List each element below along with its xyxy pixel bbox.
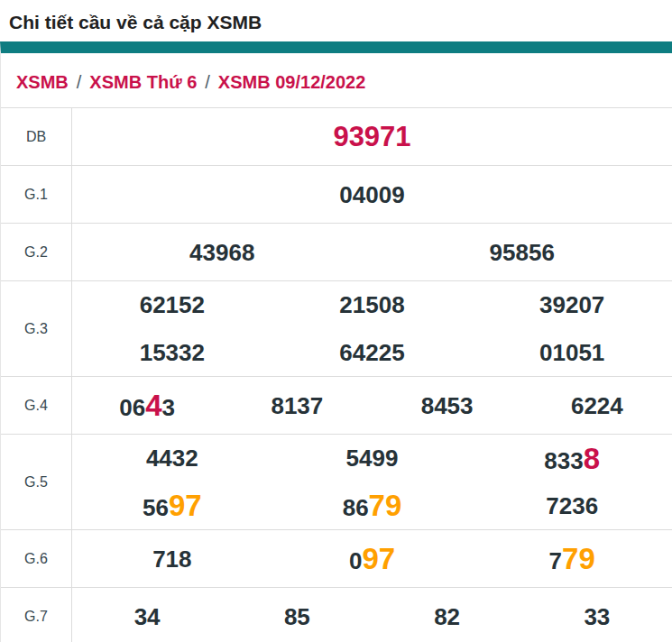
digits: 62152 bbox=[140, 291, 205, 318]
prize-row-label: G.5 bbox=[1, 435, 72, 529]
prize-value: 39207 bbox=[472, 293, 672, 316]
prize-row-values: 718097779 bbox=[72, 530, 672, 587]
prize-row-g1: G.104009 bbox=[1, 166, 672, 224]
prize-value: 8137 bbox=[222, 394, 372, 417]
prize-value: 62152 bbox=[72, 293, 272, 316]
digits: 56 bbox=[143, 494, 169, 521]
highlighted-digits: 97 bbox=[169, 489, 202, 522]
highlighted-digits: 4 bbox=[145, 389, 161, 422]
highlighted-digits: 8 bbox=[584, 442, 600, 475]
digits: 86 bbox=[343, 494, 369, 521]
digits: 43968 bbox=[189, 239, 254, 266]
prize-value: 33 bbox=[522, 605, 672, 628]
prize-row-db: DB93971 bbox=[1, 108, 672, 166]
digits: 64225 bbox=[339, 339, 404, 366]
prize-value: 8679 bbox=[272, 491, 473, 520]
breadcrumb-link-0[interactable]: XSMB bbox=[16, 72, 69, 92]
prize-value: 93971 bbox=[72, 123, 672, 151]
prize-table: DB93971G.104009G.24396895856G.3621522150… bbox=[1, 108, 672, 642]
highlighted-digits: 79 bbox=[562, 542, 595, 575]
prize-row-label: G.4 bbox=[1, 377, 72, 434]
digits: 39207 bbox=[539, 291, 604, 318]
prize-value: 779 bbox=[472, 544, 672, 573]
breadcrumb-separator: / bbox=[197, 72, 218, 92]
prize-row-label: G.1 bbox=[1, 166, 72, 223]
digits: 5499 bbox=[346, 445, 399, 472]
page-title: Chi tiết cầu về cả cặp XSMB bbox=[0, 0, 672, 41]
prize-value: 6224 bbox=[522, 394, 672, 417]
prize-value: 8338 bbox=[472, 444, 672, 473]
prize-value: 21508 bbox=[272, 293, 473, 316]
content-panel: XSMB/XSMB Thứ 6/XSMB 09/12/2022 DB93971G… bbox=[0, 41, 672, 642]
digits: 833 bbox=[544, 447, 583, 474]
prize-row-g4: G.40643813784536224 bbox=[1, 377, 672, 435]
prize-row-values: 4396895856 bbox=[72, 224, 672, 280]
breadcrumb-separator: / bbox=[69, 72, 90, 92]
prize-value: 95856 bbox=[373, 241, 672, 264]
prize-value: 7236 bbox=[472, 494, 672, 518]
prize-value: 5697 bbox=[72, 491, 272, 520]
digits: 7 bbox=[549, 547, 562, 574]
digits: 8137 bbox=[271, 392, 323, 419]
digits: 04009 bbox=[339, 181, 404, 208]
digits: 34 bbox=[134, 603, 161, 630]
breadcrumb: XSMB/XSMB Thứ 6/XSMB 09/12/2022 bbox=[1, 53, 672, 108]
prize-row-values: 443254998338569786797236 bbox=[72, 435, 672, 529]
prize-value: 718 bbox=[72, 547, 272, 571]
prize-value: 0643 bbox=[72, 390, 222, 420]
prize-value: 43968 bbox=[72, 241, 373, 264]
digits: 0 bbox=[349, 547, 362, 574]
digits: 06 bbox=[119, 394, 145, 421]
prize-row-label: G.3 bbox=[1, 281, 72, 376]
prize-row-label: G.6 bbox=[1, 530, 72, 587]
digits: 7236 bbox=[546, 492, 598, 519]
prize-value: 82 bbox=[373, 605, 522, 628]
digits: 718 bbox=[152, 546, 191, 573]
prize-row-values: 0643813784536224 bbox=[72, 377, 672, 434]
prize-row-label: G.2 bbox=[1, 224, 72, 280]
prize-value: 8453 bbox=[373, 394, 522, 417]
prize-value: 01051 bbox=[472, 341, 672, 364]
digits: 3 bbox=[162, 394, 175, 421]
prize-value: 15332 bbox=[72, 341, 272, 364]
digits: 6224 bbox=[571, 392, 623, 419]
prize-row-g2: G.24396895856 bbox=[1, 224, 672, 281]
prize-row-g5: G.5443254998338569786797236 bbox=[1, 435, 672, 530]
digits: 82 bbox=[434, 603, 460, 630]
digits: 93971 bbox=[333, 121, 410, 152]
prize-row-label: DB bbox=[1, 108, 72, 165]
prize-row-values: 93971 bbox=[72, 108, 672, 165]
prize-row-g6: G.6718097779 bbox=[1, 530, 672, 588]
digits: 15332 bbox=[140, 339, 205, 366]
digits: 95856 bbox=[490, 239, 555, 266]
highlighted-digits: 97 bbox=[362, 542, 395, 575]
digits: 85 bbox=[284, 603, 310, 630]
digits: 01051 bbox=[539, 339, 604, 366]
digits: 4432 bbox=[146, 445, 198, 472]
prize-value: 097 bbox=[272, 544, 473, 573]
prize-row-label: G.7 bbox=[1, 588, 72, 642]
prize-value: 34 bbox=[72, 605, 222, 628]
breadcrumb-link-2[interactable]: XSMB 09/12/2022 bbox=[218, 72, 365, 92]
prize-value: 64225 bbox=[272, 341, 473, 364]
digits: 8453 bbox=[421, 392, 474, 419]
prize-value: 4432 bbox=[72, 446, 272, 470]
prize-row-values: 621522150839207153326422501051 bbox=[72, 281, 672, 376]
prize-row-g7: G.734858233 bbox=[1, 588, 672, 642]
highlighted-digits: 79 bbox=[369, 489, 402, 522]
breadcrumb-link-1[interactable]: XSMB Thứ 6 bbox=[89, 72, 197, 92]
prize-value: 5499 bbox=[272, 446, 473, 470]
prize-row-values: 04009 bbox=[72, 166, 672, 223]
prize-value: 04009 bbox=[72, 183, 672, 206]
digits: 33 bbox=[584, 603, 610, 630]
digits: 21508 bbox=[339, 291, 404, 318]
prize-value: 85 bbox=[222, 605, 372, 628]
prize-row-g3: G.3621522150839207153326422501051 bbox=[1, 281, 672, 377]
prize-row-values: 34858233 bbox=[72, 588, 672, 642]
